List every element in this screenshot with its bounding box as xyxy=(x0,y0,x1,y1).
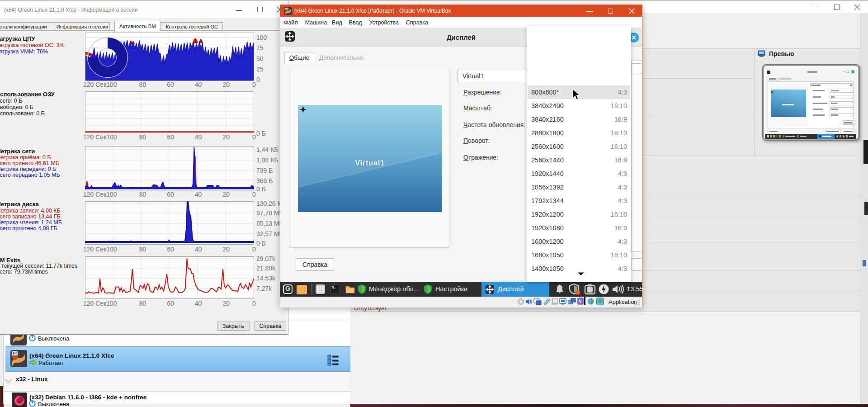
svg-text:64: 64 xyxy=(285,8,288,10)
svg-text:V: V xyxy=(579,299,582,304)
